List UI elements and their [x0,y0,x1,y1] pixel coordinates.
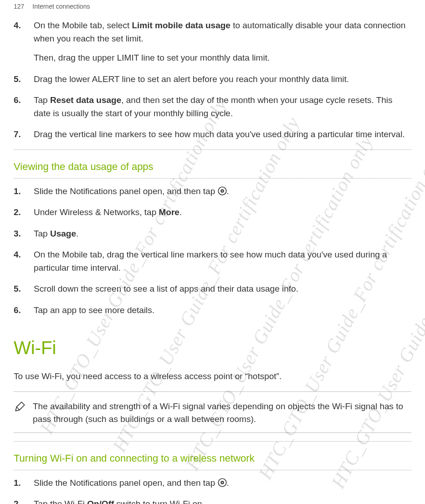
divider [14,178,411,179]
step-text: Scroll down the screen to see a list of … [34,284,298,293]
step-number: 4 [14,248,29,262]
step-number: 5 [14,73,29,86]
step-text: On the Mobile tab, select Limit mobile d… [34,21,405,43]
step-number: 1 [14,185,29,198]
step-number: 5 [14,283,29,296]
subheading-wifi-on: Turning Wi-Fi on and connecting to a wir… [14,453,411,464]
step-text: Under Wireless & Networks, tap More. [34,207,182,217]
wifi-intro: To use Wi-Fi, you need access to a wirel… [14,370,411,383]
step-text: Drag the vertical line markers to see ho… [34,129,405,139]
list-item: 5 Scroll down the screen to see a list o… [34,283,411,296]
list-item: 3 Tap Usage. [34,227,411,241]
gear-icon [218,478,227,487]
divider [14,391,411,392]
list-item: 5 Drag the lower ALERT line to set an al… [34,73,411,86]
list-item: 7 Drag the vertical line markers to see … [34,128,411,141]
list-item: 2 Tap the Wi-Fi On/Off switch to turn Wi… [34,498,411,504]
list-item: 2 Under Wireless & Networks, tap More. [34,206,411,219]
step-text: Tap the Wi-Fi On/Off switch to turn Wi-F… [34,499,205,504]
gear-icon [218,186,227,195]
divider [14,149,411,150]
step-number: 6 [14,304,29,317]
step-number: 3 [14,227,29,241]
page-header: 127 Internet connections [14,0,411,19]
steps-apps: 1 Slide the Notifications panel open, an… [14,185,411,317]
header-section: Internet connections [32,3,90,10]
step-number: 4 [14,19,29,32]
step-text: Slide the Notifications panel open, and … [34,478,229,488]
step-number: 1 [14,477,29,490]
steps-wifi: 1 Slide the Notifications panel open, an… [14,477,411,504]
step-number: 2 [14,498,29,504]
step-text: Slide the Notifications panel open, and … [34,186,229,196]
step-number: 6 [14,94,29,107]
step-number: 7 [14,128,29,141]
step-number: 2 [14,206,29,219]
list-item: 6 Tap Reset data usage, and then set the… [34,94,411,120]
step-text: Tap Usage. [34,229,78,238]
list-item: 6 Tap an app to see more details. [34,304,411,317]
list-item: 1 Slide the Notifications panel open, an… [34,477,411,490]
note: The availability and strength of a Wi-Fi… [14,400,411,426]
pen-icon [14,400,26,413]
steps-top: 4 On the Mobile tab, select Limit mobile… [14,19,411,141]
subheading-apps: Viewing the data usage of apps [14,161,411,173]
note-text: The availability and strength of a Wi-Fi… [33,400,411,426]
list-item: 1 Slide the Notifications panel open, an… [34,185,411,198]
svg-point-5 [221,482,223,483]
step-text: On the Mobile tab, drag the vertical lin… [34,250,387,273]
svg-point-2 [221,190,223,191]
step-text: Drag the lower ALERT line to set an aler… [34,74,349,84]
list-item: 4 On the Mobile tab, drag the vertical l… [34,248,411,274]
step-extra: Then, drag the upper LIMIT line to set y… [34,51,411,65]
step-text: Tap an app to see more details. [34,305,154,315]
list-item: 4 On the Mobile tab, select Limit mobile… [34,19,411,65]
divider [14,441,411,442]
page-number: 127 [14,3,24,10]
divider [14,432,411,433]
step-text: Tap Reset data usage, and then set the d… [34,95,393,118]
divider [14,470,411,470]
section-title-wifi: Wi-Fi [14,338,411,358]
